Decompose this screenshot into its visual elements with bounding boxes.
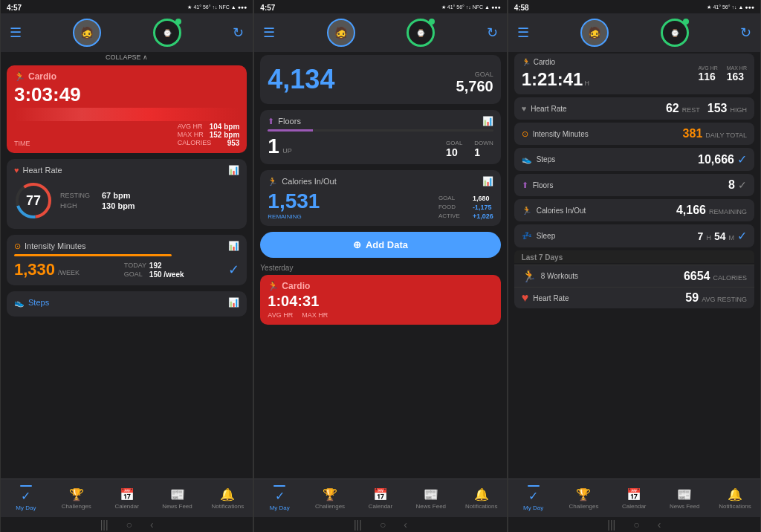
myday-label-2: My Day bbox=[270, 505, 290, 511]
sync-icon-1[interactable]: ↻ bbox=[233, 25, 244, 41]
food-value: -1,175 bbox=[473, 204, 492, 211]
avg-hr-label: AVG HR bbox=[178, 123, 203, 131]
today-value: 192 bbox=[149, 262, 162, 270]
nav-challenges-1[interactable]: 🏆 Challenges bbox=[51, 479, 102, 517]
yesterday-cardio-hr: AVG HR MAX HR bbox=[268, 311, 493, 319]
nav-notifications-2[interactable]: 🔔 Notifications bbox=[456, 479, 507, 517]
cal-summary-icon: 🏃 bbox=[522, 206, 532, 215]
watch-icon-1[interactable]: ⌚ bbox=[153, 19, 181, 47]
watch-icon-3[interactable]: ⌚ bbox=[661, 19, 689, 47]
cardio-icon-1: 🏃 bbox=[14, 71, 25, 82]
goal-label-1: GOAL bbox=[124, 270, 145, 279]
nav-newsfeed-1[interactable]: 📰 News Feed bbox=[152, 479, 203, 517]
max-hr-label: MAX HR bbox=[178, 131, 204, 139]
add-data-button[interactable]: ⊕ Add Data bbox=[260, 232, 500, 258]
gesture-menu-1: ||| bbox=[100, 519, 109, 531]
nav-myday-3[interactable]: ✓ My Day bbox=[508, 479, 559, 517]
high-value: 130 bpm bbox=[102, 201, 135, 210]
intensity-summary-left: ⊙ Intensity Minutes bbox=[522, 129, 589, 139]
cal-goals: GOAL 1,680 FOOD -1,175 ACTIVE +1,026 bbox=[438, 195, 493, 220]
hr-summary-icon: ♥ bbox=[522, 104, 527, 113]
menu-icon-3[interactable]: ☰ bbox=[517, 25, 529, 41]
nav-myday-1[interactable]: ✓ My Day bbox=[1, 479, 51, 517]
notifications-icon-3: 🔔 bbox=[728, 487, 742, 502]
nav-challenges-3[interactable]: 🏆 Challenges bbox=[559, 479, 609, 517]
newsfeed-icon-1: 📰 bbox=[170, 487, 185, 502]
app-header-2: ☰ 🧔 ⌚ ↻ bbox=[254, 13, 506, 52]
cal-chart-icon[interactable]: 📊 bbox=[482, 176, 493, 186]
menu-icon-1[interactable]: ☰ bbox=[10, 25, 22, 41]
nav-calendar-3[interactable]: 📅 Calendar bbox=[609, 479, 659, 517]
gesture-back-3: ‹ bbox=[658, 519, 661, 531]
nav-notifications-3[interactable]: 🔔 Notifications bbox=[710, 479, 760, 517]
active-label: ACTIVE bbox=[438, 213, 467, 220]
hr-rest-label: REST bbox=[682, 106, 700, 114]
floors-goal-block: GOAL 10 DOWN 1 bbox=[446, 140, 493, 158]
hr-circle-container: 77 RESTING 67 bpm HIGH 130 bpm bbox=[14, 178, 239, 223]
avg-hr-val-3: 116 bbox=[698, 71, 717, 82]
steps-summary: 👟 Steps 10,666 ✓ bbox=[514, 148, 754, 171]
intensity-unit: /WEEK bbox=[58, 269, 80, 276]
floors-up: 1 UP bbox=[268, 134, 292, 158]
cardio-top-left: 🏃 Cardio 1:21:41 H bbox=[522, 58, 589, 90]
bottom-nav-3: ✓ My Day 🏆 Challenges 📅 Calendar 📰 News … bbox=[508, 479, 760, 517]
app-header-1: ☰ 🧔 ⌚ ↻ bbox=[1, 13, 253, 52]
floors-summary-right: 8 ✓ bbox=[728, 178, 747, 192]
gesture-home-3: ○ bbox=[633, 519, 639, 531]
last7-hr-left: ♥ Heart Rate bbox=[522, 291, 569, 305]
watch-icon-2[interactable]: ⌚ bbox=[407, 19, 435, 47]
intensity-row: 1,330 /WEEK TODAY 192 GOAL 150 /week bbox=[14, 260, 239, 279]
steps-chart-icon[interactable]: 📊 bbox=[228, 297, 239, 308]
nav-calendar-2[interactable]: 📅 Calendar bbox=[355, 479, 406, 517]
floors-card-2: ⬆ Floors 📊 1 UP GOAL 10 bbox=[260, 110, 500, 164]
sync-icon-3[interactable]: ↻ bbox=[740, 25, 751, 41]
avatar-2[interactable]: 🧔 bbox=[327, 19, 355, 47]
cal-title: 🏃 Calories In/Out bbox=[268, 177, 336, 186]
sync-icon-2[interactable]: ↻ bbox=[487, 25, 498, 41]
intensity-bar bbox=[14, 254, 172, 256]
collapse-bar[interactable]: COLLAPSE ∧ bbox=[1, 52, 253, 62]
phone-3: 4:58 ★ 41° 56° ↑↓ ▲ ●●● ☰ 🧔 ⌚ ↻ 🏃 Cardio bbox=[508, 0, 761, 532]
goal-value-1: 150 /week bbox=[149, 270, 184, 279]
floors-down-label: DOWN bbox=[474, 140, 493, 146]
newsfeed-label-1: News Feed bbox=[162, 503, 192, 510]
phone-3-content: 🏃 Cardio 1:21:41 H AVG HR 116 bbox=[508, 52, 760, 479]
hr-circle: 77 bbox=[14, 181, 53, 220]
last7-hr-icon: ♥ bbox=[522, 291, 529, 305]
nav-newsfeed-2[interactable]: 📰 News Feed bbox=[406, 479, 456, 517]
cardio-top-card: 🏃 Cardio 1:21:41 H AVG HR 116 bbox=[514, 53, 754, 94]
nav-calendar-1[interactable]: 📅 Calendar bbox=[102, 479, 152, 517]
nav-newsfeed-3[interactable]: 📰 News Feed bbox=[659, 479, 710, 517]
nav-notifications-1[interactable]: 🔔 Notifications bbox=[202, 479, 253, 517]
yesterday-cardio-icon: 🏃 bbox=[268, 281, 279, 291]
cal-row: 1,531 REMAINING GOAL 1,680 FOOD -1,175 bbox=[268, 189, 493, 220]
yesterday-label: Yesterday bbox=[254, 261, 506, 272]
floors-summary-title: Floors bbox=[533, 181, 554, 189]
menu-icon-2[interactable]: ☰ bbox=[263, 25, 275, 41]
gesture-bar-1: ||| ○ ‹ bbox=[1, 517, 253, 532]
floors-chart-icon[interactable]: 📊 bbox=[482, 116, 493, 126]
gesture-back-1: ‹ bbox=[150, 519, 154, 531]
steps-summary-val: 10,666 bbox=[698, 153, 734, 166]
hr-title: ♥ Heart Rate bbox=[14, 166, 62, 175]
floors-summary-left: ⬆ Floors bbox=[522, 181, 554, 190]
intensity-goals: TODAY 192 GOAL 150 /week bbox=[124, 262, 184, 279]
hr-chart-icon[interactable]: 📊 bbox=[228, 165, 239, 175]
floors-up-label: UP bbox=[282, 147, 292, 155]
intensity-chart-icon[interactable]: 📊 bbox=[228, 241, 239, 251]
challenges-label-2: Challenges bbox=[315, 503, 345, 510]
last7-workouts-unit: CALORIES bbox=[713, 274, 747, 282]
phone-1-content: COLLAPSE ∧ 🏃 Cardio 3:03:49 TIME AVG HR … bbox=[1, 52, 253, 479]
steps-summary-title: Steps bbox=[537, 155, 556, 163]
max-hr-value: 152 bpm bbox=[210, 131, 240, 139]
hr-card-header: ♥ Heart Rate 📊 bbox=[14, 165, 239, 175]
cardio-top-hr: AVG HR 116 MAX HR 163 bbox=[698, 65, 747, 82]
floors-summary-icon: ⬆ bbox=[522, 181, 528, 190]
avatar-3[interactable]: 🧔 bbox=[580, 19, 609, 47]
nav-challenges-2[interactable]: 🏆 Challenges bbox=[305, 479, 355, 517]
nav-myday-2[interactable]: ✓ My Day bbox=[254, 479, 305, 517]
sleep-minutes: 54 bbox=[714, 230, 726, 242]
challenges-icon-2: 🏆 bbox=[323, 487, 337, 502]
resting-value: 67 bpm bbox=[102, 191, 131, 200]
avatar-1[interactable]: 🧔 bbox=[73, 19, 101, 47]
